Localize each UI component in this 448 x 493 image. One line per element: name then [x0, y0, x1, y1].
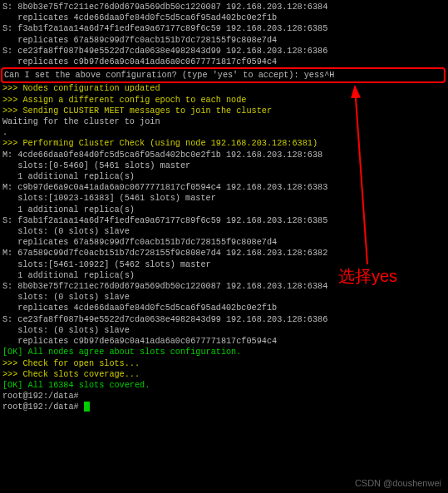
terminal-line: S: 8b0b3e75f7c211ec76d0d679a569db50c1220…: [2, 2, 446, 12]
terminal-line: S: ce23fa8ff087b49e5522d7cda0638e4982843…: [2, 46, 446, 57]
terminal-line: slots: (0 slots) slave: [2, 292, 446, 303]
terminal-line: slots: (0 slots) slave: [2, 226, 446, 237]
terminal-line: M: c9b97de6a9c0a41ada6a0c0677771817cf059…: [2, 182, 446, 193]
terminal-line: M: 4cde66daa0fe84d0fc5d5ca6f95ad402bc0e2…: [2, 150, 446, 160]
terminal-line: replicates 67a589c99d7fc0acb151b7dc72815…: [2, 35, 446, 46]
terminal-line: >>> Sending CLUSTER MEET messages to joi…: [2, 106, 446, 116]
terminal-line: S: ce23fa8ff087b49e5522d7cda0638e4982843…: [2, 314, 446, 325]
terminal-line: replicates 4cde66daa0fe84d0fc5d5ca6f95ad…: [2, 303, 446, 313]
config-prompt-line: Can I set the above configuration? (type…: [4, 70, 442, 81]
shell-prompt[interactable]: root@192:/data#: [2, 391, 446, 402]
terminal-line: 1 additional replica(s): [2, 205, 446, 215]
shell-prompt[interactable]: root@192:/data#: [2, 402, 446, 412]
terminal-line: replicates c9b97de6a9c0a41ada6a0c0677771…: [2, 57, 446, 67]
annotation-label: 选择yes: [338, 265, 397, 288]
terminal-line: >>> Check for open slots...: [2, 358, 446, 369]
terminal-line: >>> Nodes configuration updated: [2, 83, 446, 94]
terminal-line: replicates 4cde66daa0fe84d0fc5d5ca6f95ad…: [2, 12, 446, 23]
terminal-line: S: f3ab1f2a1aa14a6d74f1edfea9a67177c89f6…: [2, 23, 446, 34]
watermark-text: CSDN @doushenwei: [355, 478, 441, 488]
terminal-line: S: f3ab1f2a1aa14a6d74f1edfea9a67177c89f6…: [2, 215, 446, 226]
terminal-line: >>> Check slots coverage...: [2, 369, 446, 380]
terminal-window[interactable]: S: 8b0b3e75f7c211ec76d0d679a569db50c1220…: [0, 0, 448, 493]
terminal-line: slots:[0-5460] (5461 slots) master: [2, 160, 446, 171]
terminal-ok-line: [OK] All nodes agree about slots configu…: [2, 347, 446, 357]
terminal-line: Waiting for the cluster to join: [2, 116, 446, 127]
terminal-line: >>> Assign a different config epoch to e…: [2, 95, 446, 106]
terminal-line: 1 additional replica(s): [2, 171, 446, 182]
terminal-line: replicates c9b97de6a9c0a41ada6a0c0677771…: [2, 336, 446, 347]
terminal-line: M: 67a589c99d7fc0acb151b7dc728155f9c808e…: [2, 248, 446, 259]
highlighted-prompt-box: Can I set the above configuration? (type…: [1, 67, 446, 83]
terminal-line: replicates 67a589c99d7fc0acb151b7dc72815…: [2, 237, 446, 248]
terminal-line: >>> Performing Cluster Check (using node…: [2, 138, 446, 149]
terminal-line: .: [2, 127, 446, 138]
terminal-line: slots:[10923-16383] (5461 slots) master: [2, 193, 446, 204]
terminal-ok-line: [OK] All 16384 slots covered.: [2, 380, 446, 391]
terminal-line: slots: (0 slots) slave: [2, 325, 446, 336]
cursor-icon: [84, 402, 90, 412]
